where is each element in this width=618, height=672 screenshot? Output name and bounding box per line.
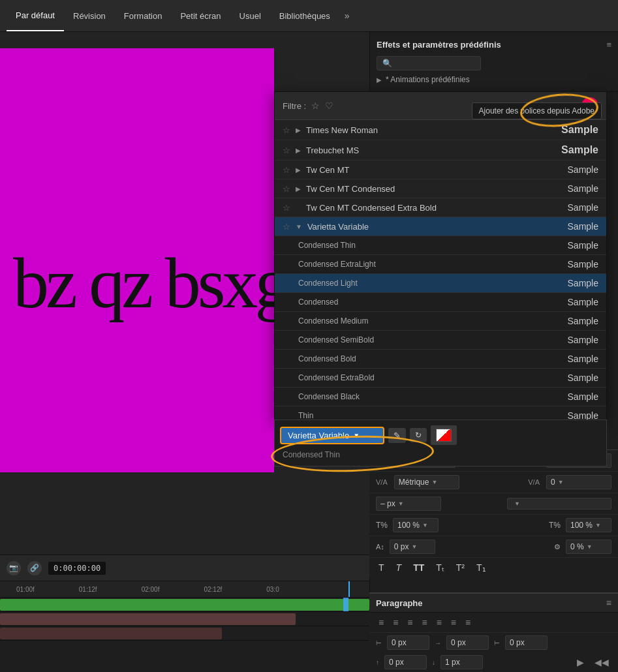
effects-panel: Effets et paramètres prédéfinis ≡ 🔍 ▶ * … [370,32,618,92]
align-justify2-btn[interactable]: ≡ [434,616,444,629]
font-row-times[interactable]: ☆ ▶ Times New Roman Sample [275,120,606,140]
effects-search-box[interactable]: 🔍 [377,56,481,70]
align-justify-btn[interactable]: ≡ [420,616,430,629]
space-before-field[interactable]: 0 px [384,655,427,669]
font-row-condensed[interactable]: Condensed Sample [275,293,606,312]
font-row-thin[interactable]: Thin Sample [275,406,606,420]
menu-item-petitecran[interactable]: Petit écran [171,0,230,31]
indent-first-field[interactable]: 0 px [505,635,548,650]
expand-varietta[interactable]: ▼ [296,223,302,230]
scale-h-field[interactable]: 100 % ▼ [393,518,439,532]
paragraph-menu-icon[interactable]: ≡ [606,598,611,608]
star-twcen[interactable]: ☆ [283,165,290,175]
effects-menu-icon[interactable]: ≡ [606,40,611,50]
font-row-cond-medium[interactable]: Condensed Medium Sample [275,312,606,331]
scale-v-dropdown: ▼ [595,522,601,528]
tsf-icon: ⚙ [554,543,561,551]
add-fonts-section: Ajouter des polices Adobe : Ai Ajouter d… [482,97,598,114]
menu-item-formation[interactable]: Formation [115,0,172,31]
adobe-tooltip: Ajouter des polices depuis Adobe [472,102,602,119]
font-sample-cond-medium: Sample [568,316,598,326]
align-center-btn[interactable]: ≡ [390,616,401,629]
expand-twcen[interactable]: ▶ [296,166,301,174]
leading2-dropdown: ▼ [514,500,520,507]
font-sample-cond-bold: Sample [568,354,598,364]
text-style-btn-5[interactable]: T² [454,561,467,574]
refresh-button[interactable]: ↻ [410,428,427,442]
effects-title: Effets et paramètres prédéfinis [377,40,501,50]
font-row-cond-thin[interactable]: Condensed Thin Sample [275,236,606,255]
filter-heart-icon[interactable]: ♡ [325,100,333,111]
font-row-trebuchet[interactable]: ☆ ▶ Trebuchet MS Sample [275,140,606,160]
font-row-twcencondextra[interactable]: ☆ ▶ Tw Cen MT Condensed Extra Bold Sampl… [275,198,606,217]
tracking-dropdown: ▼ [431,479,437,485]
menu-item-revision[interactable]: Révision [64,0,115,31]
menu-item-pardefaut[interactable]: Par défaut [7,0,64,31]
star-times[interactable]: ☆ [283,125,290,135]
font-row-cond-extrabold[interactable]: Condensed ExtraBold Sample [275,369,606,388]
font-name-twcen: Tw Cen MT [306,165,568,175]
tracking-field[interactable]: Métrique ▼ [394,475,459,489]
play-btn[interactable]: ▶ [574,656,587,669]
star-twcencond[interactable]: ☆ [283,184,290,194]
animations-label: * Animations prédéfinies [386,75,470,84]
pencil-button[interactable]: ✎ [388,428,406,443]
filter-star-icon[interactable]: ☆ [311,100,320,111]
font-row-twcen[interactable]: ☆ ▶ Tw Cen MT Sample [275,160,606,179]
font-name-cond-extrabold: Condensed ExtraBold [298,373,568,382]
color-swatch[interactable] [431,425,457,445]
animations-item[interactable]: ▶ * Animations prédéfinies [370,73,618,86]
indent-right-field[interactable]: 0 px [446,635,489,650]
font-row-cond-light[interactable]: Condensed Light Sample [275,274,606,293]
controls-btn[interactable]: ◀◀ [592,656,611,669]
align-justify3-btn[interactable]: ≡ [448,616,459,629]
leading2-field[interactable]: ▼ [507,498,611,510]
leading-dropdown: ▼ [398,500,404,507]
font-sample-cond-extrabold: Sample [568,373,598,383]
star-twcencondextra[interactable]: ☆ [283,203,290,213]
font-row-cond-black[interactable]: Condensed Black Sample [275,388,606,406]
scale-h-dropdown: ▼ [422,522,428,528]
leading-field[interactable]: – px ▼ [376,496,441,511]
font-name-times: Times New Roman [306,125,561,135]
font-row-cond-semibold[interactable]: Condensed SemiBold Sample [275,331,606,350]
paragraph-spacing-row-1: ⊢ 0 px → 0 px ⊢ 0 px [369,633,618,652]
font-sample-cond-thin: Sample [568,240,598,251]
font-row-varietta[interactable]: ☆ ▼ Varietta Variable Sample [275,217,606,236]
scale-h-icon: T% [376,521,388,530]
font-row-twcencond[interactable]: ☆ ▶ Tw Cen MT Condensed Sample [275,179,606,198]
font-name-cond-bold: Condensed Bold [298,354,568,363]
font-select-dropdown[interactable]: Varietta Variable ▼ [280,427,384,444]
text-style-btn-4[interactable]: Tₜ [433,561,447,574]
baseline-field[interactable]: 0 px ▼ [390,540,435,554]
camera-btn[interactable]: 📷 [7,561,21,575]
menu-more-icon[interactable]: » [339,10,355,21]
scale-v-field[interactable]: 100 % ▼ [566,518,611,532]
font-row-cond-extralight[interactable]: Condensed ExtraLight Sample [275,255,606,274]
tsf-field[interactable]: 0 % ▼ [566,540,611,554]
font-row-cond-bold[interactable]: Condensed Bold Sample [275,350,606,369]
text-style-btn-3[interactable]: TT [410,561,427,574]
align-right-btn[interactable]: ≡ [405,616,415,629]
expand-trebuchet[interactable]: ▶ [296,147,301,154]
text-style-btn-2[interactable]: T [394,561,405,574]
font-sample-twcen: Sample [568,164,598,175]
star-trebuchet[interactable]: ☆ [283,145,290,155]
link-btn[interactable]: 🔗 [27,561,42,575]
menu-item-bibliotheques[interactable]: Bibliothèques [270,0,339,31]
menu-item-usuel[interactable]: Usuel [230,0,270,31]
align-left-btn[interactable]: ≡ [376,616,386,629]
scale-v-value: 100 % [570,521,593,530]
indent-left-field[interactable]: 0 px [387,635,429,650]
star-varietta[interactable]: ☆ [283,222,290,232]
text-style-btn-1[interactable]: T [376,561,387,574]
space-before-icon: ↑ [376,659,379,666]
text-style-btn-6[interactable]: T₁ [474,561,489,574]
align-justify4-btn[interactable]: ≡ [463,616,473,629]
expand-twcencond[interactable]: ▶ [296,185,301,192]
space-after-icon: ↓ [432,659,435,666]
kerning-field[interactable]: 0 ▼ [546,475,611,489]
expand-times[interactable]: ▶ [296,127,301,134]
scale-h-value: 100 % [397,521,420,530]
space-after-field[interactable]: 1 px [440,655,483,669]
